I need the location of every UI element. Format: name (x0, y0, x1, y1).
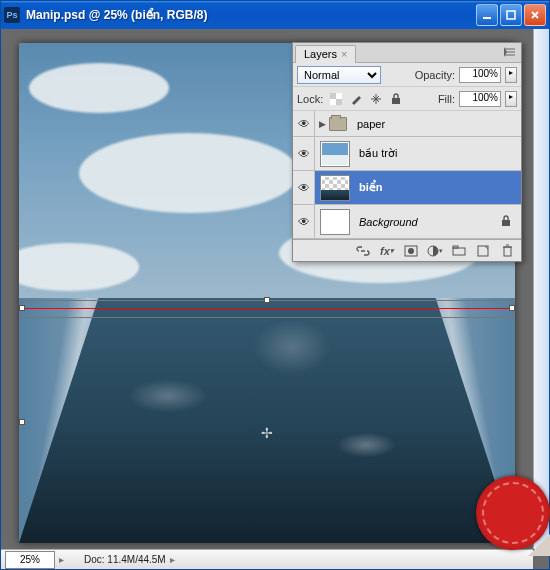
layer-fx-icon[interactable]: fx▾ (379, 243, 395, 259)
svg-point-8 (408, 248, 414, 254)
layer-name[interactable]: bầu trời (355, 147, 521, 160)
panel-tab-strip: Layers× (293, 43, 521, 63)
blend-opacity-row: Normal Opacity: 100% ▸ (293, 63, 521, 87)
layers-panel[interactable]: Layers× Normal Opacity: 100% ▸ Lock: Fil… (292, 42, 522, 262)
transform-handle[interactable] (264, 297, 270, 303)
fill-flyout-icon[interactable]: ▸ (505, 91, 517, 107)
svg-rect-11 (453, 246, 458, 248)
add-mask-icon[interactable] (403, 243, 419, 259)
maximize-button[interactable] (500, 4, 522, 26)
visibility-toggle-icon[interactable]: 👁 (298, 147, 310, 161)
title-bar[interactable]: Ps Manip.psd @ 25% (biển, RGB/8) (1, 1, 549, 29)
close-tab-icon[interactable]: × (341, 48, 347, 60)
layer-thumbnail[interactable] (320, 175, 350, 201)
window-title: Manip.psd @ 25% (biển, RGB/8) (26, 8, 476, 22)
transform-handle[interactable] (19, 305, 25, 311)
transform-handle[interactable] (19, 419, 25, 425)
layer-name[interactable]: paper (353, 118, 521, 130)
fill-label: Fill: (438, 93, 455, 105)
visibility-toggle-icon[interactable]: 👁 (298, 215, 310, 229)
visibility-toggle-icon[interactable]: 👁 (298, 117, 310, 131)
layers-panel-footer: fx▾ ▾ (293, 239, 521, 261)
layer-thumbnail[interactable] (320, 141, 350, 167)
zoom-input[interactable]: 25% (5, 551, 55, 569)
layer-name[interactable]: Background (355, 216, 501, 228)
svg-rect-3 (330, 93, 336, 99)
layer-row[interactable]: 👁 bầu trời (293, 137, 521, 171)
transform-guide (21, 308, 513, 309)
visibility-toggle-icon[interactable]: 👁 (298, 181, 310, 195)
fill-input[interactable]: 100% (459, 91, 501, 107)
opacity-input[interactable]: 100% (459, 67, 501, 83)
lock-pixels-icon[interactable] (349, 92, 363, 106)
adjustment-layer-icon[interactable]: ▾ (427, 243, 443, 259)
delete-layer-icon[interactable] (499, 243, 515, 259)
layer-name[interactable]: biển (355, 181, 521, 194)
opacity-label: Opacity: (415, 69, 455, 81)
svg-rect-10 (453, 248, 465, 255)
lock-all-icon[interactable] (389, 92, 403, 106)
link-layers-icon[interactable] (355, 243, 371, 259)
svg-rect-6 (502, 220, 510, 226)
minimize-button[interactable] (476, 4, 498, 26)
tab-label: Layers (304, 48, 337, 60)
svg-rect-0 (483, 17, 491, 19)
lock-transparency-icon[interactable] (329, 92, 343, 106)
folder-icon (329, 117, 347, 131)
tab-layers[interactable]: Layers× (295, 45, 356, 63)
doc-size-readout: Doc: 11.4M/44.5M (84, 554, 166, 565)
lock-label: Lock: (297, 93, 323, 105)
svg-rect-5 (392, 98, 400, 104)
layer-thumbnail[interactable] (320, 209, 350, 235)
new-layer-icon[interactable] (475, 243, 491, 259)
close-button[interactable] (524, 4, 546, 26)
svg-rect-13 (504, 247, 511, 256)
ocean-region (19, 298, 515, 543)
svg-rect-4 (336, 99, 342, 105)
panel-menu-icon[interactable] (503, 45, 517, 59)
blend-mode-select[interactable]: Normal (297, 66, 381, 84)
layer-row-selected[interactable]: 👁 biển (293, 171, 521, 205)
layer-list: 👁 ▶ paper 👁 bầu trời 👁 biển 👁 Background (293, 111, 521, 239)
watermark-badge (466, 466, 550, 556)
lock-fill-row: Lock: Fill: 100% ▸ (293, 87, 521, 111)
lock-indicator-icon (501, 215, 515, 229)
svg-rect-1 (507, 11, 515, 19)
group-twisty-icon[interactable]: ▶ (315, 119, 329, 129)
lock-position-icon[interactable] (369, 92, 383, 106)
app-icon: Ps (4, 7, 20, 23)
opacity-flyout-icon[interactable]: ▸ (505, 67, 517, 83)
new-group-icon[interactable] (451, 243, 467, 259)
layer-row-group[interactable]: 👁 ▶ paper (293, 111, 521, 137)
layer-row-background[interactable]: 👁 Background (293, 205, 521, 239)
status-bar: 25% ▸ Doc: 11.4M/44.5M ▸ (1, 549, 533, 569)
transform-handle[interactable] (509, 305, 515, 311)
